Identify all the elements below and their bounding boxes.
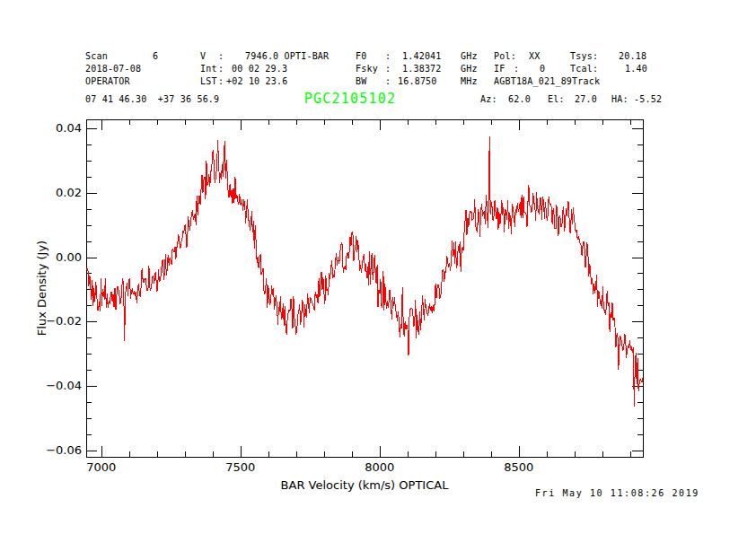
y-tick-label: −0.04 — [46, 379, 82, 392]
y-tick-label: −0.06 — [46, 443, 82, 457]
y-tick-label: 0.04 — [56, 121, 82, 135]
x-tick-label: 7000 — [86, 460, 116, 474]
x-tick-label: 7500 — [225, 460, 255, 474]
y-tick-label: 0.00 — [56, 250, 82, 264]
x-tick-label: 8000 — [365, 460, 394, 474]
x-axis-title: BAR Velocity (km/s) OPTICAL — [281, 478, 449, 492]
gbtidl-plotter-window: Scan 6 V : 7946.0 OPTI-BAR F0 : 1.42041 … — [0, 0, 756, 534]
y-tick-label: −0.02 — [46, 314, 82, 328]
plot-timestamp: Fri May 10 11:08:26 2019 — [535, 488, 699, 498]
y-tick-label: 0.02 — [56, 186, 82, 199]
x-tick-label: 8500 — [504, 460, 533, 474]
spectrum-plot[interactable] — [0, 0, 756, 534]
